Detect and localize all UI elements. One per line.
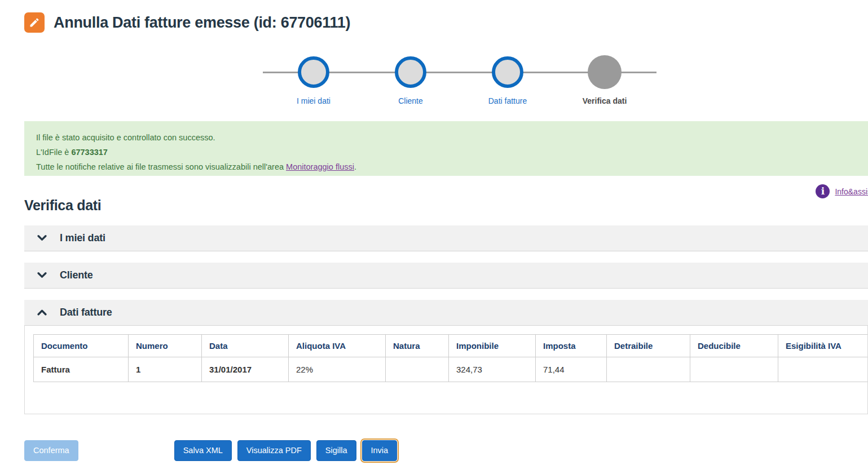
invoice-table: Documento Numero Data Aliquota IVA Natur… (33, 334, 868, 382)
col-header-natura: Natura (386, 335, 449, 357)
accordion-header-i-miei-dati[interactable]: I miei dati (24, 225, 868, 251)
alert-idfile-prefix: L'IdFile è (36, 148, 71, 157)
pencil-icon (24, 12, 45, 33)
step-circle-icon (395, 56, 426, 88)
cell-numero: 1 (129, 357, 202, 382)
accordion-header-cliente[interactable]: Cliente (24, 263, 868, 289)
step-label: Dati fatture (474, 96, 541, 105)
accordion-label: Dati fatture (60, 307, 112, 318)
col-header-documento: Documento (34, 335, 129, 357)
step-i-miei-dati[interactable]: I miei dati (280, 56, 347, 105)
page: Annulla Dati fatture emesse (id: 6770611… (0, 0, 868, 474)
success-alert: Il file è stato acquisito e controllato … (24, 121, 868, 176)
step-circle-icon (492, 56, 523, 88)
chevron-down-icon (37, 271, 47, 280)
col-header-numero: Numero (129, 335, 202, 357)
cell-natura (386, 357, 449, 382)
col-header-imponibile: Imponibile (449, 335, 536, 357)
export-button-group: Salva XML Visualizza PDF Sigilla Invia (174, 440, 398, 461)
accordion-body-dati-fatture: Documento Numero Data Aliquota IVA Natur… (24, 326, 868, 414)
col-header-imposta: Imposta (536, 335, 607, 357)
alert-line-1: Il file è stato acquisito e controllato … (36, 130, 856, 145)
action-button-bar: Conferma Salva XML Visualizza PDF Sigill… (24, 440, 397, 461)
alert-line-2: L'IdFile è 67733317 (36, 145, 856, 160)
alert-notice-suffix: . (354, 162, 356, 171)
col-header-data: Data (202, 335, 289, 357)
accordion-cliente: Cliente (24, 263, 868, 289)
table-row: Fattura 1 31/01/2017 22% 324,73 71,44 (34, 357, 868, 382)
visualizza-pdf-button[interactable]: Visualizza PDF (237, 440, 311, 461)
step-label: Cliente (377, 96, 444, 105)
salva-xml-button[interactable]: Salva XML (174, 440, 232, 461)
step-cliente[interactable]: Cliente (377, 56, 444, 105)
info-icon: i (816, 184, 830, 198)
accordion-label: Cliente (60, 269, 93, 281)
cell-imposta: 71,44 (536, 357, 607, 382)
table-header-row: Documento Numero Data Aliquota IVA Natur… (34, 335, 868, 357)
wizard-stepper: I miei dati Cliente Dati fatture Verific… (263, 56, 656, 108)
cell-esigibilita-iva (778, 357, 868, 382)
cell-documento: Fattura (34, 357, 129, 382)
col-header-detraibile: Detraibile (607, 335, 690, 357)
accordion-dati-fatture: Dati fatture Documento Numero Data Aliqu… (24, 300, 868, 414)
info-assistenza-link[interactable]: Info&assis (835, 187, 868, 196)
page-title: Annulla Dati fatture emesse (id: 6770611… (54, 14, 350, 32)
monitoraggio-flussi-link[interactable]: Monitoraggio flussi (286, 162, 354, 171)
alert-line-3: Tutte le notifiche relative ai file tras… (36, 160, 856, 174)
info-assistenza[interactable]: i Info&assis (816, 184, 868, 198)
cell-detraibile (607, 357, 690, 382)
section-title: Verifica dati (24, 197, 101, 214)
invia-button[interactable]: Invia (362, 440, 398, 461)
page-header: Annulla Dati fatture emesse (id: 6770611… (24, 12, 350, 33)
accordion-i-miei-dati: I miei dati (24, 225, 868, 251)
col-header-aliquota-iva: Aliquota IVA (289, 335, 386, 357)
alert-idfile-value: 67733317 (71, 148, 108, 157)
step-circle-icon (298, 56, 329, 88)
cell-deducibile (690, 357, 778, 382)
col-header-deducibile: Deducibile (690, 335, 778, 357)
cell-aliquota-iva: 22% (289, 357, 386, 382)
cell-imponibile: 324,73 (449, 357, 536, 382)
conferma-button[interactable]: Conferma (24, 440, 78, 461)
step-verifica-dati: Verifica dati (571, 56, 638, 105)
alert-notice-prefix: Tutte le notifiche relative ai file tras… (36, 162, 286, 171)
chevron-up-icon (37, 308, 47, 317)
chevron-down-icon (37, 233, 47, 243)
sigilla-button[interactable]: Sigilla (316, 440, 356, 461)
accordion-header-dati-fatture[interactable]: Dati fatture (24, 300, 868, 326)
cell-data: 31/01/2017 (202, 357, 289, 382)
step-label: Verifica dati (571, 96, 638, 105)
accordion-label: I miei dati (60, 232, 105, 244)
step-label: I miei dati (280, 96, 347, 105)
step-circle-icon (588, 55, 622, 89)
step-dati-fatture[interactable]: Dati fatture (474, 56, 541, 105)
col-header-esigibilita-iva: Esigibilità IVA (778, 335, 868, 357)
